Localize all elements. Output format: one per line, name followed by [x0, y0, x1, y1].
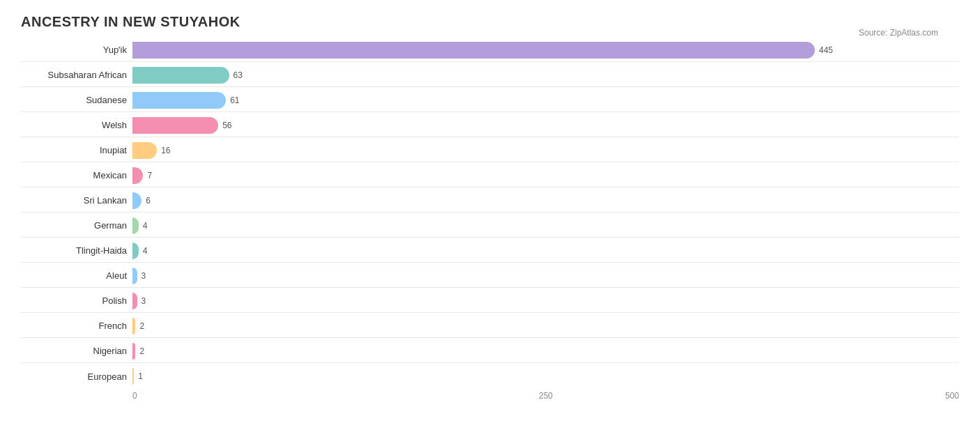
table-row: Sri Lankan6 [21, 189, 959, 213]
bar-label: Sudanese [21, 95, 132, 105]
bar-value-label: 6 [146, 196, 151, 206]
x-tick-500: 500 [945, 391, 959, 401]
bar-value-label: 61 [230, 95, 239, 105]
bar-area: 3 [132, 265, 959, 287]
bar-area: 4 [132, 240, 959, 262]
bar-label: French [21, 321, 132, 331]
source-label: Source: ZipAtlas.com [859, 28, 938, 38]
bar-label: Inupiat [21, 145, 132, 155]
table-row: European1 [21, 364, 959, 388]
x-axis: 0 250 500 [132, 391, 959, 405]
bar [132, 318, 135, 334]
bar-value-label: 4 [143, 246, 148, 256]
bar [132, 67, 229, 84]
chart-title: ANCESTRY IN NEW STUYAHOK [21, 14, 959, 30]
bar-area: 61 [132, 89, 959, 111]
bar-area: 2 [132, 315, 959, 337]
bar [132, 142, 157, 159]
bar-label: German [21, 220, 132, 231]
bars-wrapper: Yup'ik445Subsaharan African63Sudanese61W… [21, 38, 959, 388]
bar-area: 2 [132, 340, 959, 362]
bar-area: 3 [132, 290, 959, 312]
table-row: Nigerian2 [21, 339, 959, 363]
table-row: Tlingit-Haida4 [21, 239, 959, 263]
table-row: German4 [21, 214, 959, 238]
chart-container: Yup'ik445Subsaharan African63Sudanese61W… [21, 38, 959, 405]
bar [132, 167, 143, 184]
bar-value-label: 3 [141, 271, 146, 281]
bar-label: Welsh [21, 120, 132, 130]
bar [132, 368, 134, 385]
bar-label: Yup'ik [21, 45, 132, 55]
bar-area: 1 [132, 365, 959, 387]
bar-label: Tlingit-Haida [21, 245, 132, 256]
bar [132, 243, 139, 259]
table-row: Sudanese61 [21, 89, 959, 112]
table-row: French2 [21, 314, 959, 338]
bar-area: 16 [132, 139, 959, 162]
bar-value-label: 2 [139, 346, 144, 356]
x-tick-250: 250 [539, 391, 553, 401]
bar [132, 217, 139, 234]
bar [132, 343, 135, 360]
bar-value-label: 7 [147, 171, 152, 180]
bar-value-label: 56 [222, 121, 231, 130]
bar [132, 293, 137, 309]
bar-label: Polish [21, 295, 132, 306]
bar-value-label: 63 [233, 70, 243, 80]
table-row: Welsh56 [21, 114, 959, 137]
bar-area: 4 [132, 215, 959, 237]
bar-label: Subsaharan African [21, 70, 132, 80]
bar-label: Aleut [21, 270, 132, 281]
bar-label: Nigerian [21, 346, 132, 356]
x-axis-inner: 0 250 500 [132, 391, 959, 405]
bar-area: 7 [132, 164, 959, 187]
bar-label: Sri Lankan [21, 195, 132, 206]
table-row: Subsaharan African63 [21, 63, 959, 87]
bar-label: European [21, 371, 132, 382]
bar-value-label: 4 [143, 221, 148, 231]
bar-area: 445 [132, 39, 959, 61]
bar-value-label: 16 [161, 146, 170, 155]
bar-value-label: 1 [138, 371, 143, 381]
bar-value-label: 2 [139, 321, 144, 331]
x-tick-0: 0 [132, 391, 137, 401]
bar-area: 56 [132, 114, 959, 137]
bar [132, 268, 137, 284]
bar [132, 42, 815, 59]
bar [132, 192, 141, 209]
bar-value-label: 3 [141, 296, 146, 306]
bar-label: Mexican [21, 170, 132, 180]
bar-area: 6 [132, 190, 959, 212]
table-row: Yup'ik445 [21, 38, 959, 62]
bar-value-label: 445 [819, 45, 833, 55]
bar [132, 117, 218, 134]
table-row: Aleut3 [21, 264, 959, 288]
table-row: Inupiat16 [21, 139, 959, 162]
table-row: Mexican7 [21, 164, 959, 187]
bar [132, 92, 226, 109]
table-row: Polish3 [21, 289, 959, 313]
bar-area: 63 [132, 64, 959, 86]
